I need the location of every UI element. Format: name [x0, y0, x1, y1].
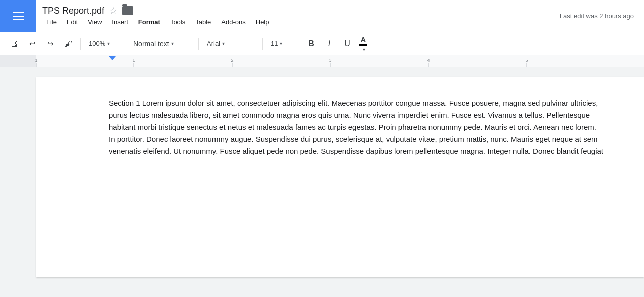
document-area: Section 1 Lorem ipsum dolor sit amet, co…	[0, 67, 644, 287]
style-chevron: ▾	[171, 41, 174, 46]
bold-button[interactable]: B	[303, 36, 319, 52]
font-dropdown[interactable]: Arial ▾	[203, 36, 258, 52]
menu-table[interactable]: Table	[191, 17, 215, 27]
color-letter: A	[361, 35, 366, 44]
ruler-tick: 1	[132, 58, 135, 67]
paint-format-icon: 🖌	[65, 39, 72, 48]
zoom-value: 100%	[89, 40, 105, 47]
size-value: 11	[271, 40, 278, 47]
document-page[interactable]: Section 1 Lorem ipsum dolor sit amet, co…	[36, 77, 644, 277]
document-title[interactable]: TPS Report.pdf	[42, 6, 104, 16]
menu-format[interactable]: Format	[134, 17, 164, 27]
undo-icon: ↩	[29, 39, 36, 48]
color-underline-bar	[359, 44, 367, 46]
ruler-indent-marker	[109, 56, 116, 60]
hamburger-icon	[13, 12, 24, 20]
print-button[interactable]: 🖨	[6, 36, 22, 52]
sidebar-toggle-button[interactable]	[0, 0, 36, 32]
toolbar-divider-3	[198, 38, 199, 50]
menu-tools[interactable]: Tools	[166, 17, 189, 27]
redo-icon: ↪	[47, 39, 54, 48]
font-value: Arial	[207, 40, 220, 47]
print-icon: 🖨	[10, 39, 18, 48]
underline-button[interactable]: U	[339, 36, 355, 52]
ruler: 1 1 2 3 4 5	[0, 55, 644, 67]
menu-file[interactable]: File	[42, 17, 61, 27]
menu-view[interactable]: View	[84, 17, 106, 27]
zoom-dropdown[interactable]: 100% ▾	[85, 36, 121, 52]
paint-format-button[interactable]: 🖌	[60, 36, 76, 52]
undo-button[interactable]: ↩	[24, 36, 40, 52]
font-chevron: ▾	[222, 41, 225, 46]
menu-edit[interactable]: Edit	[63, 17, 82, 27]
font-color-button[interactable]: A ▾	[357, 34, 369, 53]
ruler-content: 1 1 2 3 4 5	[36, 55, 644, 67]
toolbar: 🖨 ↩ ↪ 🖌 100% ▾ Normal text ▾ Arial ▾ 11 …	[0, 32, 644, 55]
color-chevron: ▾	[363, 47, 365, 52]
toolbar-divider-1	[80, 38, 81, 50]
header: TPS Report.pdf ☆ File Edit View Insert F…	[0, 0, 644, 32]
zoom-chevron: ▾	[107, 41, 110, 46]
ruler-tick: 5	[525, 58, 528, 67]
folder-icon[interactable]	[122, 6, 133, 15]
menu-help[interactable]: Help	[252, 17, 273, 27]
italic-button[interactable]: I	[321, 36, 337, 52]
font-size-dropdown[interactable]: 11 ▾	[267, 36, 295, 52]
star-icon[interactable]: ☆	[109, 5, 117, 16]
size-chevron: ▾	[280, 41, 282, 46]
redo-button[interactable]: ↪	[42, 36, 58, 52]
ruler-left-margin	[0, 55, 36, 67]
ruler-tick: 1	[35, 58, 37, 67]
title-area: TPS Report.pdf ☆ File Edit View Insert F…	[36, 0, 560, 32]
ruler-tick: 4	[427, 58, 430, 67]
toolbar-divider-2	[125, 38, 125, 50]
menu-addons[interactable]: Add-ons	[217, 17, 249, 27]
ruler-tick: 2	[231, 58, 233, 67]
menu-insert[interactable]: Insert	[108, 17, 132, 27]
style-dropdown[interactable]: Normal text ▾	[129, 36, 194, 52]
menu-bar: File Edit View Insert Format Tools Table…	[42, 17, 554, 27]
toolbar-divider-5	[299, 38, 299, 50]
style-value: Normal text	[133, 40, 169, 48]
toolbar-divider-4	[262, 38, 263, 50]
document-text[interactable]: Section 1 Lorem ipsum dolor sit amet, co…	[109, 97, 604, 157]
last-edit-text: Last edit was 2 hours ago	[560, 0, 644, 32]
ruler-tick: 3	[329, 58, 331, 67]
title-row: TPS Report.pdf ☆	[42, 5, 554, 16]
